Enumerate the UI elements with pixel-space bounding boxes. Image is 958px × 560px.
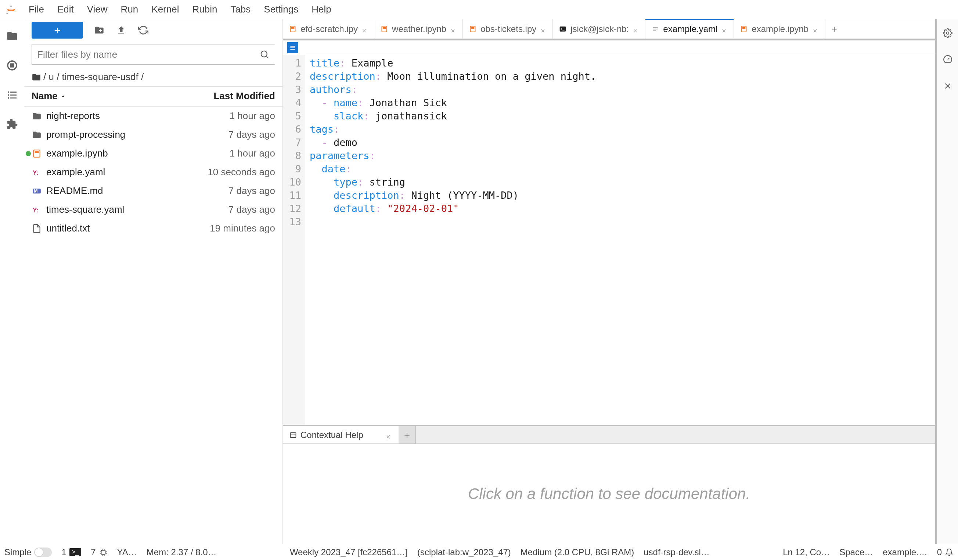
menu-rubin[interactable]: Rubin (186, 2, 224, 16)
file-modified: 19 minutes ago (172, 223, 275, 234)
document-tabbar: efd-scratch.ipyweather.ipynbobs-tickets.… (283, 19, 935, 39)
document-tab[interactable]: example.ipynb (734, 19, 825, 38)
files-icon[interactable] (5, 29, 19, 43)
document-tab[interactable]: >_jsick@jsick-nb: (553, 19, 646, 38)
memory-usage[interactable]: Mem: 2.37 / 8.0… (147, 547, 217, 557)
file-type[interactable]: example.… (883, 547, 927, 557)
settings-gear-icon[interactable] (942, 27, 953, 39)
cursor-position[interactable]: Ln 12, Co… (783, 547, 830, 557)
close-icon[interactable] (633, 26, 639, 32)
editor-toolbar (283, 40, 935, 55)
host-info: usdf-rsp-dev.sl… (644, 547, 710, 557)
breadcrumb[interactable]: / u / times-square-usdf / (24, 65, 282, 86)
toolbar-cell-icon[interactable] (287, 42, 298, 53)
notebook-icon (32, 148, 42, 159)
new-launcher-button[interactable]: ＋ (32, 22, 83, 38)
menu-tabs[interactable]: Tabs (224, 2, 257, 16)
extensions-icon[interactable] (5, 117, 19, 131)
file-row[interactable]: Y:times-square.yaml7 days ago (24, 200, 282, 219)
help-tabbar: Contextual Help ＋ (283, 426, 935, 444)
jupyter-logo (5, 3, 17, 16)
menu-kernel[interactable]: Kernel (145, 2, 186, 16)
file-name: untitled.txt (46, 223, 172, 234)
filebrowser-toolbar: ＋ (24, 19, 282, 41)
column-name-header[interactable]: Name (32, 90, 172, 102)
simple-mode-toggle[interactable]: Simple (5, 547, 52, 557)
svg-rect-8 (8, 97, 9, 99)
yaml-icon: Y: (32, 205, 42, 215)
kernel-count[interactable]: 7 (91, 547, 107, 557)
right-sidebar (937, 19, 958, 544)
close-icon[interactable] (540, 26, 547, 32)
status-bar: Simple 1 >_ 7 YA… Mem: 2.37 / 8.0… Weekl… (0, 544, 958, 560)
notebook-icon (469, 25, 477, 33)
breadcrumb-path[interactable]: / u / times-square-usdf / (43, 71, 144, 82)
language-mode[interactable]: YA… (117, 547, 137, 557)
notification-count[interactable]: 0 (937, 547, 953, 557)
new-folder-icon[interactable] (93, 24, 105, 36)
close-sidebar-icon[interactable] (942, 80, 953, 92)
tab-label: obs-tickets.ipy (481, 24, 536, 34)
panel-icon (289, 432, 297, 439)
svg-text:M: M (34, 189, 38, 194)
svg-rect-27 (290, 433, 296, 437)
notebook-icon (380, 25, 388, 33)
menu-bar: FileEditViewRunKernelRubinTabsSettingsHe… (0, 0, 958, 19)
file-row[interactable]: example.ipynb1 hour ago (24, 144, 282, 163)
file-name: prompt-processing (46, 129, 172, 140)
sort-asc-icon (60, 93, 67, 100)
tab-label: example.ipynb (752, 24, 809, 34)
contextual-help-tab[interactable]: Contextual Help (283, 426, 399, 444)
file-modified: 1 hour ago (172, 148, 275, 159)
svg-rect-21 (471, 26, 475, 32)
dashboard-icon[interactable] (942, 54, 953, 65)
add-tab-button[interactable]: ＋ (825, 19, 843, 38)
menu-settings[interactable]: Settings (257, 2, 305, 16)
image-info: Weekly 2023_47 [fc226561…] (290, 547, 408, 557)
close-icon[interactable] (362, 26, 368, 32)
file-browser: ＋ / u / times-square-usdf / Name Last Mo… (24, 19, 283, 544)
menu-file[interactable]: File (22, 2, 51, 16)
container-info: (sciplat-lab:w_2023_47) (417, 547, 511, 557)
file-name: example.yaml (46, 167, 172, 178)
menu-run[interactable]: Run (114, 2, 145, 16)
column-modified-header[interactable]: Last Modified (172, 90, 275, 102)
toc-icon[interactable] (5, 88, 19, 102)
menu-edit[interactable]: Edit (51, 2, 81, 16)
menu-help[interactable]: Help (305, 2, 338, 16)
close-icon[interactable] (385, 432, 392, 438)
filter-files-input[interactable] (37, 49, 259, 60)
svg-rect-6 (8, 94, 9, 96)
close-icon[interactable] (721, 26, 728, 32)
main-dock: efd-scratch.ipyweather.ipynbobs-tickets.… (283, 19, 937, 544)
document-tab[interactable]: weather.ipynb (374, 19, 463, 38)
menu-view[interactable]: View (81, 2, 114, 16)
file-row[interactable]: prompt-processing7 days ago (24, 125, 282, 144)
add-panel-button[interactable]: ＋ (399, 426, 416, 444)
terminal-count[interactable]: 1 >_ (61, 547, 81, 557)
file-row[interactable]: night-reports1 hour ago (24, 106, 282, 125)
file-modified: 1 hour ago (172, 110, 275, 122)
document-tab[interactable]: efd-scratch.ipy (283, 19, 374, 38)
svg-rect-5 (10, 92, 16, 93)
document-tab[interactable]: obs-tickets.ipy (463, 19, 553, 38)
file-row[interactable]: Y:example.yaml10 seconds ago (24, 163, 282, 181)
filebrowser-header: Name Last Modified (24, 86, 282, 106)
editor-pane: 12345678910111213 title: Exampledescript… (283, 40, 935, 425)
folder-icon (32, 72, 41, 82)
file-row[interactable]: untitled.txt19 minutes ago (24, 219, 282, 238)
svg-rect-29 (101, 550, 105, 554)
close-icon[interactable] (450, 26, 457, 32)
document-tab[interactable]: example.yaml (646, 19, 734, 38)
running-icon[interactable] (5, 59, 19, 72)
svg-rect-4 (8, 92, 9, 93)
code-editor[interactable]: 12345678910111213 title: Exampledescript… (283, 55, 935, 425)
svg-rect-22 (472, 27, 474, 28)
folder-icon (32, 130, 42, 140)
refresh-icon[interactable] (137, 24, 149, 36)
close-icon[interactable] (812, 26, 819, 32)
indent-mode[interactable]: Space… (839, 547, 873, 557)
upload-icon[interactable] (115, 24, 127, 36)
svg-point-0 (10, 5, 12, 7)
file-row[interactable]: MREADME.md7 days ago (24, 181, 282, 200)
